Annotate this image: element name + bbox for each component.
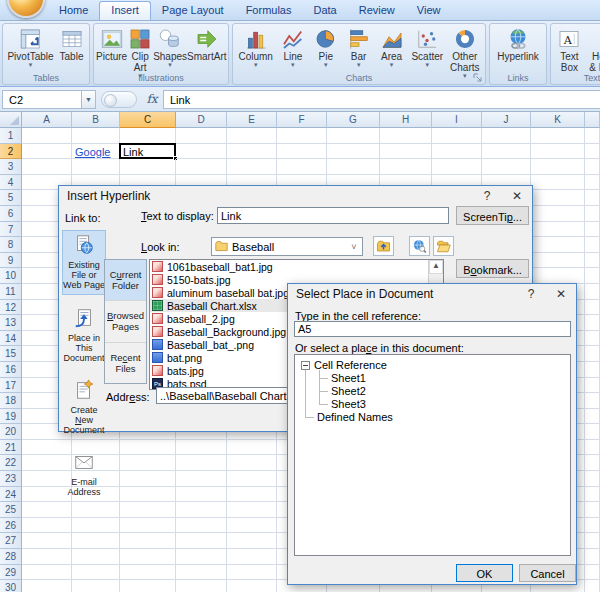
column-header-F[interactable]: F (277, 112, 327, 128)
cell-D25[interactable] (176, 502, 227, 518)
cell-K1[interactable] (531, 128, 585, 144)
row-header-1[interactable]: 1 (0, 128, 22, 144)
ribbon-button-header-footer[interactable]: Header& Footer (589, 26, 600, 73)
bookmark-button[interactable]: Bookmark... (456, 259, 529, 278)
text-to-display-input[interactable] (217, 207, 449, 224)
cell-D22[interactable] (176, 455, 227, 471)
ribbon-button-smartart[interactable]: SmartArt (187, 26, 226, 62)
row-header-17[interactable]: 17 (0, 378, 22, 394)
cell-B28[interactable] (72, 549, 120, 565)
link-to-place-in-this-document[interactable]: Place in This Document (62, 304, 106, 367)
row-header-2[interactable]: 2 (0, 144, 22, 160)
cell-K2[interactable] (531, 144, 585, 160)
column-header-H[interactable]: H (380, 112, 432, 128)
cell-E28[interactable] (227, 549, 277, 565)
cell-C1[interactable] (120, 128, 176, 144)
cell-E23[interactable] (227, 471, 277, 487)
cell-A29[interactable] (22, 565, 72, 581)
file-item[interactable]: 1061baseball_bat1.jpg (150, 260, 443, 273)
ribbon-button-picture[interactable]: Picture (96, 26, 127, 62)
cell-A1[interactable] (22, 128, 72, 144)
help-button[interactable]: ? (472, 189, 502, 203)
tab-page-layout[interactable]: Page Layout (151, 1, 235, 20)
cell-C23[interactable] (120, 471, 176, 487)
view-current-folder[interactable]: Current Folder (105, 260, 146, 301)
cell-x20[interactable] (585, 424, 600, 440)
column-header-partial[interactable] (585, 112, 600, 128)
column-header-B[interactable]: B (72, 112, 120, 128)
browse-file-button[interactable] (433, 236, 454, 256)
cell-E21[interactable] (227, 440, 277, 456)
cell-E24[interactable] (227, 487, 277, 503)
cell-E26[interactable] (227, 518, 277, 534)
cell-K9[interactable] (531, 253, 585, 269)
tab-insert[interactable]: Insert (99, 1, 151, 20)
cell-x15[interactable] (585, 346, 600, 362)
cell-K5[interactable] (531, 190, 585, 206)
row-header-5[interactable]: 5 (0, 190, 22, 206)
tree-item-sheet2[interactable]: Sheet2 (295, 384, 570, 397)
ribbon-button-line[interactable]: Line▾ (280, 26, 306, 68)
cell-C2[interactable]: Link (120, 144, 176, 160)
cell-H2[interactable] (380, 144, 432, 160)
row-header-23[interactable]: 23 (0, 471, 22, 487)
close-icon[interactable]: ✕ (546, 287, 576, 301)
cell-C29[interactable] (120, 565, 176, 581)
cell-I3[interactable] (432, 159, 482, 175)
cell-A26[interactable] (22, 518, 72, 534)
ribbon-button-column[interactable]: Column▾ (238, 26, 272, 68)
dialog-launcher-icon[interactable] (473, 73, 483, 83)
row-header-20[interactable]: 20 (0, 424, 22, 440)
cell-F1[interactable] (277, 128, 327, 144)
cell-x10[interactable] (585, 268, 600, 284)
cell-C27[interactable] (120, 533, 176, 549)
column-header-I[interactable]: I (432, 112, 482, 128)
office-button[interactable] (7, 0, 45, 18)
cell-B3[interactable] (72, 159, 120, 175)
cell-G3[interactable] (327, 159, 380, 175)
cell-F2[interactable] (277, 144, 327, 160)
ok-button[interactable]: OK (456, 564, 513, 582)
cell-A28[interactable] (22, 549, 72, 565)
name-box-dropdown-icon[interactable]: ▼ (82, 90, 96, 109)
column-header-K[interactable]: K (531, 112, 585, 128)
tab-view[interactable]: View (406, 1, 452, 20)
cell-C21[interactable] (120, 440, 176, 456)
row-header-16[interactable]: 16 (0, 362, 22, 378)
cell-E25[interactable] (227, 502, 277, 518)
ribbon-button-other-charts[interactable]: OtherCharts▾ (450, 26, 479, 79)
cell-E1[interactable] (227, 128, 277, 144)
cell-x16[interactable] (585, 362, 600, 378)
help-button[interactable]: ? (516, 287, 546, 301)
cell-E27[interactable] (227, 533, 277, 549)
cell-B27[interactable] (72, 533, 120, 549)
row-header-18[interactable]: 18 (0, 393, 22, 409)
row-header-4[interactable]: 4 (0, 175, 22, 191)
cell-D29[interactable] (176, 565, 227, 581)
cell-x3[interactable] (585, 159, 600, 175)
row-header-24[interactable]: 24 (0, 487, 22, 503)
scroll-up-icon[interactable]: ▲ (429, 260, 443, 274)
cell-D2[interactable] (176, 144, 227, 160)
cell-J1[interactable] (482, 128, 531, 144)
row-header-25[interactable]: 25 (0, 502, 22, 518)
column-header-E[interactable]: E (227, 112, 277, 128)
cell-K4[interactable] (531, 175, 585, 191)
cell-J2[interactable] (482, 144, 531, 160)
cell-x7[interactable] (585, 222, 600, 238)
row-header-9[interactable]: 9 (0, 253, 22, 269)
cell-A30[interactable] (22, 580, 72, 592)
screentip-button[interactable]: ScreenTip... (456, 206, 529, 225)
cell-C26[interactable] (120, 518, 176, 534)
formula-input[interactable]: Link (163, 90, 600, 109)
cell-x6[interactable] (585, 206, 600, 222)
cell-reference-input[interactable] (294, 321, 571, 337)
cell-F3[interactable] (277, 159, 327, 175)
cell-C28[interactable] (120, 549, 176, 565)
tab-data[interactable]: Data (302, 1, 347, 20)
row-header-12[interactable]: 12 (0, 300, 22, 316)
insert-function-button[interactable]: fx (141, 90, 163, 109)
ribbon-button-bar[interactable]: Bar▾ (346, 26, 372, 68)
select-all-corner[interactable] (0, 112, 22, 128)
row-header-6[interactable]: 6 (0, 206, 22, 222)
